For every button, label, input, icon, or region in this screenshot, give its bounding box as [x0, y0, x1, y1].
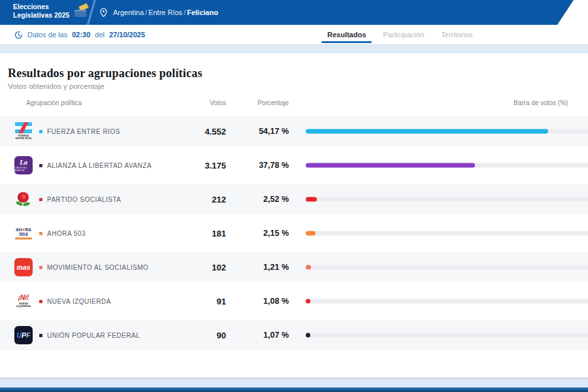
- breadcrumb-item[interactable]: Feliciano: [187, 8, 218, 16]
- mas-logo-text: mas: [16, 263, 30, 271]
- lla-logo-text: La: [20, 159, 27, 166]
- percentage-value: 2,15 %: [233, 218, 289, 248]
- breadcrumb-item[interactable]: Argentina: [113, 8, 144, 16]
- table-row: FUERZA ENTRE RÍOSFUERZA ENTRE RÍOS4.5525…: [0, 116, 588, 146]
- upf-logo-icon: UPF: [14, 326, 33, 344]
- party-logo: FUERZA ENTRE RÍOS: [12, 122, 35, 140]
- column-header-votes: Votos: [157, 99, 226, 106]
- vote-bar-track: [306, 333, 588, 338]
- ahora-503-logo-icon: AHRA503: [15, 227, 32, 240]
- percentage-value: 1,21 %: [233, 252, 289, 282]
- table-row: AHRA503AHORA 5031812,15 %: [0, 218, 588, 248]
- tab-bar: ResultadosParticipaciónTerritorios: [319, 25, 482, 44]
- vote-bar-fill: [306, 299, 310, 304]
- column-header-percentage: Porcentaje: [233, 99, 289, 106]
- party-logo: LaLIBERTAD AVANZA: [12, 156, 35, 174]
- vote-bar-track: [306, 265, 588, 270]
- footer-bar: [0, 387, 588, 392]
- party-bullet: [39, 130, 42, 133]
- party-name: NUEVA IZQUIERDA: [47, 298, 111, 305]
- breadcrumb-items: Argentina/Entre Ríos/Feliciano: [113, 8, 218, 16]
- page-title: Resultados por agrupaciones políticas: [8, 67, 203, 80]
- percentage-value: 54,17 %: [233, 116, 289, 146]
- logo-caption: NUEVA IZQUIERDA: [14, 302, 33, 308]
- timestamp-mid: del: [95, 31, 105, 39]
- votes-value: 181: [157, 218, 226, 248]
- logo-caption: FUERZA ENTRE RÍOS: [14, 135, 33, 140]
- vote-bar-track: [306, 129, 588, 134]
- party-name-cell: AHORA 503: [39, 218, 86, 248]
- lla-logo-icon: LaLIBERTAD AVANZA: [14, 156, 33, 174]
- table-row: LaLIBERTAD AVANZAALIANZA LA LIBERTAD AVA…: [0, 150, 588, 180]
- tab-territorios[interactable]: Territorios: [433, 25, 481, 44]
- votes-value: 91: [157, 286, 226, 316]
- timestamp-time: 02:30: [72, 31, 90, 39]
- breadcrumb: Argentina/Entre Ríos/Feliciano: [99, 0, 218, 25]
- vote-bar-track: [306, 197, 588, 202]
- party-name-cell: NUEVA IZQUIERDA: [39, 286, 111, 316]
- party-name-cell: ALIANZA LA LIBERTAD AVANZA: [39, 150, 152, 180]
- vote-bar-track: [306, 299, 588, 304]
- timestamp-prefix: Datos de las: [27, 31, 67, 39]
- vote-bar-fill: [306, 231, 316, 236]
- party-name-cell: PARTIDO SOCIALISTA: [39, 184, 121, 214]
- votes-value: 90: [157, 320, 226, 350]
- site-logo[interactable]: Elecciones Legislativas 2025: [13, 3, 90, 19]
- party-name: PARTIDO SOCIALISTA: [47, 196, 121, 203]
- party-logo: [12, 191, 35, 207]
- party-name: UNIÓN POPULAR FEDERAL: [47, 332, 140, 339]
- votes-value: 4.552: [157, 116, 226, 146]
- party-bullet: [39, 164, 42, 167]
- ballot-box-icon: [73, 4, 90, 18]
- table-row: ¡Ni!NUEVA IZQUIERDANUEVA IZQUIERDA911,08…: [0, 286, 588, 316]
- upf-logo-letter: P: [22, 332, 26, 339]
- vote-bar-track: [306, 163, 588, 168]
- party-name-cell: UNIÓN POPULAR FEDERAL: [39, 320, 140, 350]
- breadcrumb-separator: /: [145, 8, 147, 16]
- vote-bar-fill: [306, 265, 311, 270]
- top-header-bar: Elecciones Legislativas 2025 Argentina/E…: [0, 0, 588, 25]
- party-name: FUERZA ENTRE RÍOS: [47, 128, 120, 135]
- timestamp-date: 27/10/2025: [109, 31, 145, 39]
- footer-spacer: [0, 378, 588, 387]
- ahora-logo-dot: [22, 228, 25, 231]
- party-name: MOVIMIENTO AL SOCIALISMO: [47, 264, 148, 271]
- location-pin-icon: [99, 8, 108, 18]
- party-bullet: [39, 266, 42, 269]
- table-row: PARTIDO SOCIALISTA2122,52 %: [0, 184, 588, 214]
- mas-logo-icon: mas: [14, 258, 33, 276]
- socialist-rose-icon: [16, 191, 31, 207]
- party-bullet: [39, 300, 42, 303]
- vote-bar-fill: [306, 333, 310, 338]
- column-header-bar: Barra de votos (%): [514, 99, 568, 106]
- table-row: masMOVIMIENTO AL SOCIALISMO1021,21 %: [0, 252, 588, 282]
- tab-resultados[interactable]: Resultados: [319, 25, 374, 44]
- refresh-clock-icon: [14, 31, 23, 39]
- votes-value: 102: [157, 252, 226, 282]
- breadcrumb-item[interactable]: Entre Ríos: [148, 8, 182, 16]
- page-subtitle: Votos obtenidos y porcentaje: [8, 82, 105, 90]
- results-card: Resultados por agrupaciones políticas Vo…: [0, 54, 588, 378]
- party-name: ALIANZA LA LIBERTAD AVANZA: [47, 162, 152, 169]
- party-name-cell: MOVIMIENTO AL SOCIALISMO: [39, 252, 148, 282]
- data-timestamp: Datos de las 02:30 del 27/10/2025: [14, 25, 145, 44]
- percentage-value: 1,08 %: [233, 286, 289, 316]
- party-name: AHORA 503: [47, 230, 86, 237]
- party-logo: mas: [12, 258, 35, 276]
- party-logo: ¡Ni!NUEVA IZQUIERDA: [12, 295, 35, 308]
- votes-value: 3.175: [157, 150, 226, 180]
- tab-participación[interactable]: Participación: [374, 25, 433, 44]
- section-divider: [0, 44, 588, 54]
- party-logo: AHRA503: [12, 227, 35, 240]
- percentage-value: 2,52 %: [233, 184, 289, 214]
- vote-bar-fill: [306, 129, 548, 134]
- header-corner-decoration: [555, 0, 588, 25]
- results-table: FUERZA ENTRE RÍOSFUERZA ENTRE RÍOS4.5525…: [0, 116, 588, 354]
- table-header: Agrupación política Votos Porcentaje Bar…: [0, 99, 588, 111]
- upf-logo-letter: U: [16, 332, 22, 339]
- table-row: UPFUNIÓN POPULAR FEDERAL901,07 %: [0, 320, 588, 350]
- party-bullet: [39, 198, 42, 201]
- party-logo: UPF: [12, 326, 35, 344]
- party-name-cell: FUERZA ENTRE RÍOS: [39, 116, 120, 146]
- vote-bar-fill: [306, 197, 317, 202]
